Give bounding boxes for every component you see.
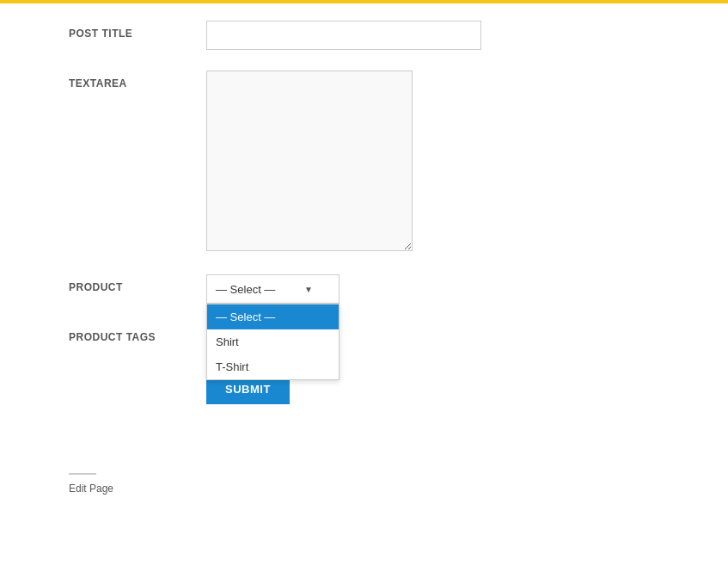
product-category-trigger-text: — Select — xyxy=(216,283,275,296)
product-tags-label: PRODUCT TAGS xyxy=(69,324,206,343)
product-category-dropdown-list: — Select — Shirt T-Shirt xyxy=(206,304,340,380)
textarea-label: TEXTAREA xyxy=(69,71,206,89)
product-category-row: PRODUCT — Select — ▼ — Select — Shirt T-… xyxy=(69,274,659,304)
submit-row: SUBMIT xyxy=(69,374,659,404)
post-title-input[interactable] xyxy=(206,21,481,50)
page-wrapper: POST TITLE TEXTAREA PRODUCT — Select — ▼ xyxy=(0,0,728,495)
product-label: PRODUCT xyxy=(69,274,206,293)
product-category-dropdown-wrapper: — Select — ▼ — Select — Shirt T-Shirt xyxy=(206,274,340,304)
post-title-label: POST TITLE xyxy=(69,21,206,40)
post-title-field xyxy=(206,21,659,50)
footer-divider xyxy=(69,473,96,475)
product-field: — Select — ▼ — Select — Shirt T-Shirt xyxy=(206,274,659,304)
product-category-trigger[interactable]: — Select — ▼ xyxy=(206,274,340,304)
edit-page-link[interactable]: Edit Page xyxy=(69,483,113,495)
footer-section: Edit Page xyxy=(0,473,728,495)
content-textarea[interactable] xyxy=(206,71,413,251)
dropdown-item-shirt[interactable]: Shirt xyxy=(207,329,339,354)
dropdown-item-tshirt[interactable]: T-Shirt xyxy=(207,354,339,379)
chevron-down-icon: ▼ xyxy=(304,285,313,294)
dropdown-item-select[interactable]: — Select — xyxy=(207,304,339,329)
textarea-field xyxy=(206,71,659,254)
product-tags-row: PRODUCT TAGS — Select — ▼ xyxy=(69,324,659,354)
form-container: POST TITLE TEXTAREA PRODUCT — Select — ▼ xyxy=(0,3,728,439)
post-title-row: POST TITLE xyxy=(69,21,659,50)
textarea-row: TEXTAREA xyxy=(69,71,659,254)
